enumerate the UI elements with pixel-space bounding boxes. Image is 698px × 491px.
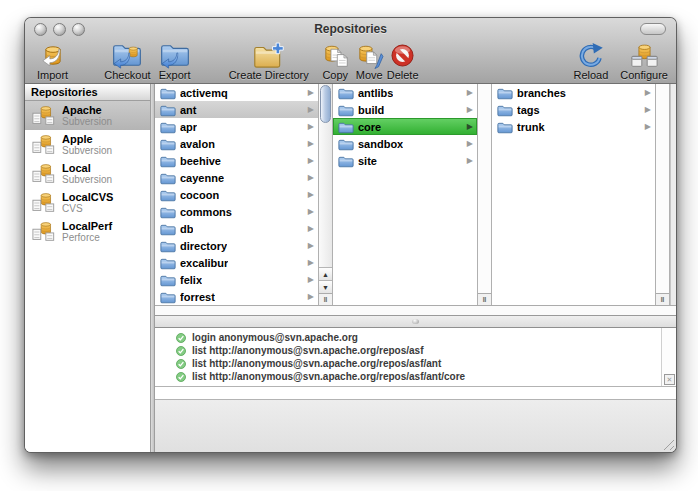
copy-button[interactable]: Copy — [321, 41, 350, 81]
toolbar-label: Create Directory — [229, 69, 309, 81]
browser-row[interactable]: forrest▶ — [155, 288, 318, 305]
folder-icon — [160, 120, 176, 133]
log-entry-text: list http://anonymous@svn.apache.org/rep… — [192, 371, 465, 382]
chevron-right-icon: ▶ — [308, 191, 314, 199]
repository-icon — [32, 191, 56, 215]
pane-splitter[interactable] — [155, 316, 676, 327]
log-entry[interactable]: list http://anonymous@svn.apache.org/rep… — [176, 357, 661, 370]
scroll-down-button[interactable]: ▼ — [319, 280, 332, 294]
browser-row[interactable]: branches▶ — [492, 84, 655, 101]
configure-icon — [630, 41, 659, 69]
browser-row[interactable]: beehive▶ — [155, 152, 318, 169]
log-horizontal-scroll-track[interactable] — [155, 387, 676, 400]
column-resize-handle[interactable]: ‖ — [656, 293, 669, 305]
scrollbar-track[interactable]: ‖ — [655, 84, 670, 305]
reload-button[interactable]: Reload — [573, 41, 608, 81]
repo-type: Subversion — [62, 116, 112, 127]
chevron-right-icon: ▶ — [308, 89, 314, 97]
reload-icon — [578, 41, 604, 69]
log-panel: login anonymous@svn.apache.org list http… — [155, 327, 676, 387]
browser-row[interactable]: directory▶ — [155, 237, 318, 254]
sidebar-item-apple[interactable]: AppleSubversion — [25, 130, 150, 159]
repo-type: Perforce — [62, 232, 112, 243]
browser-row[interactable]: apr▶ — [155, 118, 318, 135]
check-circle-icon — [176, 333, 186, 343]
checkout-button[interactable]: Checkout — [104, 41, 150, 81]
scrollbar-track[interactable]: ‖ — [477, 84, 492, 305]
titlebar[interactable]: Repositories — [25, 18, 676, 40]
scrollbar-thumb[interactable] — [320, 85, 331, 123]
browser-filler — [670, 84, 676, 305]
column-resize-handle[interactable]: ‖ — [319, 293, 332, 305]
delete-button[interactable]: Delete — [387, 41, 419, 81]
browser-row[interactable]: build▶ — [333, 101, 477, 118]
browser-row[interactable]: trunk▶ — [492, 118, 655, 135]
toolbar-toggle-button[interactable] — [640, 23, 666, 35]
log-entry-text: list http://anonymous@svn.apache.org/rep… — [192, 358, 441, 369]
toolbar-label: Configure — [620, 69, 668, 81]
sidebar-item-apache[interactable]: ApacheSubversion — [25, 101, 150, 130]
browser-row[interactable]: antlibs▶ — [333, 84, 477, 101]
browser-row[interactable]: tags▶ — [492, 101, 655, 118]
browser-row[interactable]: activemq▶ — [155, 84, 318, 101]
log-scrollbar-track[interactable]: ✕ — [661, 328, 676, 386]
browser-row[interactable]: avalon▶ — [155, 135, 318, 152]
browser-row[interactable]: cocoon▶ — [155, 186, 318, 203]
folder-icon — [160, 205, 176, 218]
log-entry[interactable]: list http://anonymous@svn.apache.org/rep… — [176, 370, 661, 383]
browser-columns: activemq▶ ant▶ apr▶ avalon▶ beehive▶ cay… — [155, 84, 676, 305]
browser-row[interactable]: site▶ — [333, 152, 477, 169]
column-resize-handle[interactable]: ‖ — [478, 293, 491, 305]
toolbar-label: Delete — [387, 69, 419, 81]
column-browser: activemq▶ ant▶ apr▶ avalon▶ beehive▶ cay… — [155, 84, 676, 316]
sidebar-header: Repositories — [25, 84, 150, 101]
toolbar-label: Import — [37, 69, 68, 81]
browser-row[interactable]: core▶ — [333, 118, 477, 135]
browser-column-3: branches▶ tags▶ trunk▶ — [492, 84, 655, 305]
browser-row[interactable]: cayenne▶ — [155, 169, 318, 186]
sidebar-item-localcvs[interactable]: LocalCVSCVS — [25, 188, 150, 217]
toolbar-label: Copy — [322, 69, 348, 81]
browser-row[interactable]: excalibur▶ — [155, 254, 318, 271]
chevron-right-icon: ▶ — [467, 123, 473, 131]
repo-name: Apple — [62, 133, 112, 145]
chevron-right-icon: ▶ — [467, 106, 473, 114]
repo-name: LocalPerf — [62, 220, 112, 232]
repo-name: Local — [62, 162, 112, 174]
folder-icon — [338, 137, 354, 150]
window-resize-grip[interactable] — [661, 437, 674, 450]
copy-icon — [321, 41, 350, 69]
sidebar-item-local[interactable]: LocalSubversion — [25, 159, 150, 188]
chevron-right-icon: ▶ — [308, 174, 314, 182]
scroll-up-button[interactable]: ▲ — [319, 267, 332, 281]
configure-button[interactable]: Configure — [620, 41, 668, 81]
folder-icon — [160, 86, 176, 99]
repository-icon — [32, 133, 56, 157]
browser-row[interactable]: commons▶ — [155, 203, 318, 220]
chevron-right-icon: ▶ — [645, 106, 651, 114]
browser-row[interactable]: sandbox▶ — [333, 135, 477, 152]
browser-row[interactable]: ant▶ — [155, 101, 318, 118]
folder-icon — [497, 120, 513, 133]
browser-row[interactable]: felix▶ — [155, 271, 318, 288]
log-entry[interactable]: list http://anonymous@svn.apache.org/rep… — [176, 344, 661, 357]
import-icon — [38, 41, 68, 69]
browser-row[interactable]: db▶ — [155, 220, 318, 237]
sidebar-item-localperf[interactable]: LocalPerfPerforce — [25, 217, 150, 246]
folder-icon — [160, 188, 176, 201]
import-button[interactable]: Import — [37, 41, 68, 81]
screenshot-canvas: Repositories Import — [0, 0, 698, 491]
folder-icon — [160, 239, 176, 252]
export-button[interactable]: Export — [159, 41, 191, 81]
create-directory-button[interactable]: Create Directory — [229, 41, 309, 81]
log-entry[interactable]: login anonymous@svn.apache.org — [176, 331, 661, 344]
check-circle-icon — [176, 346, 186, 356]
move-button[interactable]: Move — [355, 41, 384, 81]
log-resize-grip[interactable]: ✕ — [664, 374, 675, 385]
chevron-right-icon: ▶ — [308, 242, 314, 250]
scrollbar-track[interactable]: ▲ ▼ ‖ — [318, 84, 333, 305]
export-icon — [159, 41, 191, 69]
repo-name: LocalCVS — [62, 191, 113, 203]
horizontal-scroll-track[interactable] — [155, 305, 676, 315]
repository-icon — [32, 162, 56, 186]
